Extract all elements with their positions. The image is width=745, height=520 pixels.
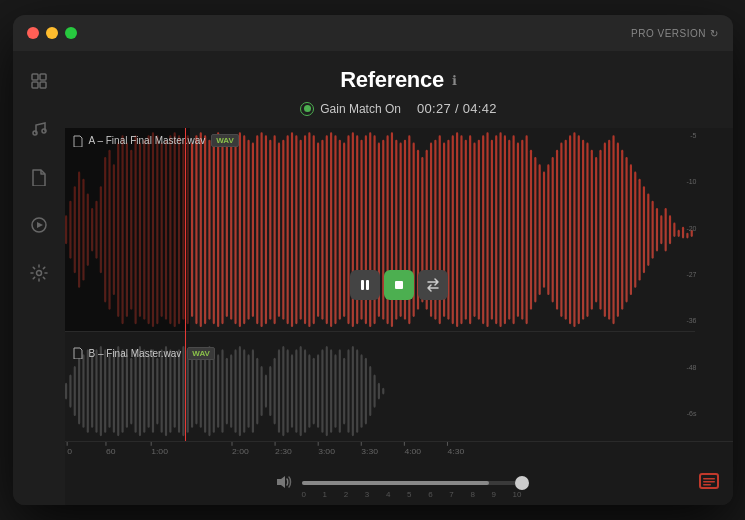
volume-slider-thumb[interactable] bbox=[515, 476, 529, 490]
sidebar-item-overview[interactable] bbox=[25, 67, 53, 95]
svg-rect-2 bbox=[32, 82, 38, 88]
meter-label-10: -10 bbox=[686, 178, 696, 185]
svg-rect-73 bbox=[343, 143, 345, 317]
svg-rect-114 bbox=[521, 140, 523, 320]
controls-row: Gain Match On 00:27 / 04:42 bbox=[300, 101, 497, 116]
file-a-icon bbox=[73, 135, 83, 147]
sidebar-item-settings[interactable] bbox=[25, 259, 53, 287]
svg-rect-57 bbox=[273, 135, 275, 324]
svg-rect-228 bbox=[382, 388, 384, 395]
sidebar bbox=[13, 51, 65, 505]
svg-rect-156 bbox=[69, 374, 71, 407]
gain-match-control[interactable]: Gain Match On bbox=[300, 102, 401, 116]
volume-row: 0 1 2 3 4 5 6 7 8 9 10 bbox=[65, 461, 733, 505]
svg-rect-55 bbox=[264, 135, 266, 324]
svg-rect-160 bbox=[86, 349, 88, 432]
main-content: Reference ℹ Gain Match On 00:27 / 04:4 bbox=[13, 51, 733, 505]
svg-rect-157 bbox=[73, 366, 75, 416]
gain-match-label: Gain Match On bbox=[320, 102, 401, 116]
svg-rect-118 bbox=[538, 164, 540, 295]
main-area: Reference ℹ Gain Match On 00:27 / 04:4 bbox=[13, 51, 733, 505]
svg-rect-229 bbox=[361, 280, 364, 290]
svg-text:2:30: 2:30 bbox=[275, 448, 292, 456]
pro-version-label[interactable]: PRO VERSION ↻ bbox=[631, 28, 718, 39]
stop-button[interactable] bbox=[384, 270, 414, 300]
svg-text:3:30: 3:30 bbox=[361, 448, 378, 456]
svg-rect-39 bbox=[195, 135, 197, 324]
svg-rect-253 bbox=[703, 481, 715, 483]
svg-rect-213 bbox=[317, 354, 319, 427]
svg-rect-104 bbox=[477, 140, 479, 320]
minimize-button[interactable] bbox=[46, 27, 58, 39]
track-b-format: WAV bbox=[187, 347, 215, 360]
svg-rect-3 bbox=[40, 82, 46, 88]
sidebar-item-play[interactable] bbox=[25, 211, 53, 239]
svg-rect-206 bbox=[286, 349, 288, 432]
svg-rect-70 bbox=[330, 132, 332, 327]
app-window: PRO VERSION ↻ bbox=[13, 15, 733, 505]
svg-rect-159 bbox=[82, 354, 84, 427]
pause-button[interactable] bbox=[350, 270, 380, 300]
bottom-right-icon[interactable] bbox=[699, 473, 719, 493]
svg-rect-208 bbox=[295, 349, 297, 432]
svg-rect-192 bbox=[225, 358, 227, 425]
gain-match-indicator bbox=[300, 102, 314, 116]
svg-rect-230 bbox=[366, 280, 369, 290]
titlebar: PRO VERSION ↻ bbox=[13, 15, 733, 51]
svg-rect-170 bbox=[130, 358, 132, 425]
timeline: 0 60 1:00 2:00 2:30 3:00 3:30 4:00 4:30 bbox=[65, 441, 733, 461]
svg-rect-117 bbox=[534, 157, 536, 302]
sidebar-item-file[interactable] bbox=[25, 163, 53, 191]
svg-rect-185 bbox=[195, 358, 197, 425]
file-b-icon bbox=[73, 347, 83, 359]
svg-text:2:00: 2:00 bbox=[232, 448, 249, 456]
meter-bars bbox=[703, 132, 706, 421]
svg-rect-180 bbox=[173, 354, 175, 427]
swap-button[interactable] bbox=[418, 270, 448, 300]
svg-rect-63 bbox=[299, 140, 301, 320]
svg-rect-219 bbox=[343, 358, 345, 425]
level-meter: -5 -10 -20 -27 -36 -48 -6s bbox=[699, 128, 733, 441]
svg-rect-217 bbox=[334, 354, 336, 427]
meter-label-27: -27 bbox=[686, 271, 696, 278]
svg-rect-212 bbox=[312, 358, 314, 425]
svg-rect-195 bbox=[238, 346, 240, 436]
info-icon[interactable]: ℹ bbox=[452, 73, 457, 88]
svg-rect-56 bbox=[269, 140, 271, 320]
meter-label-20: -20 bbox=[686, 225, 696, 232]
close-button[interactable] bbox=[27, 27, 39, 39]
svg-rect-158 bbox=[78, 358, 80, 425]
svg-rect-190 bbox=[217, 354, 219, 427]
svg-rect-108 bbox=[495, 135, 497, 324]
svg-rect-111 bbox=[508, 140, 510, 320]
svg-rect-127 bbox=[577, 135, 579, 324]
fullscreen-button[interactable] bbox=[65, 27, 77, 39]
svg-rect-50 bbox=[243, 135, 245, 324]
svg-point-8 bbox=[36, 271, 41, 276]
svg-rect-102 bbox=[469, 135, 471, 324]
waveform-container[interactable]: A – Final Final Master.wav WAV bbox=[65, 128, 733, 441]
volume-slider-track[interactable] bbox=[302, 481, 522, 485]
svg-rect-140 bbox=[634, 172, 636, 288]
svg-rect-147 bbox=[664, 208, 666, 252]
svg-rect-133 bbox=[603, 143, 605, 317]
svg-rect-103 bbox=[473, 143, 475, 317]
timeline-svg: 0 60 1:00 2:00 2:30 3:00 3:30 4:00 4:30 bbox=[65, 442, 733, 461]
meter-label-48: -48 bbox=[686, 364, 696, 371]
svg-rect-193 bbox=[230, 354, 232, 427]
svg-rect-51 bbox=[247, 140, 249, 320]
svg-rect-146 bbox=[660, 215, 662, 244]
svg-rect-181 bbox=[177, 349, 179, 432]
svg-rect-183 bbox=[186, 349, 188, 432]
svg-rect-173 bbox=[143, 349, 145, 432]
svg-text:3:00: 3:00 bbox=[318, 448, 335, 456]
svg-rect-125 bbox=[569, 135, 571, 324]
gain-match-dot bbox=[304, 105, 311, 112]
sidebar-item-music[interactable] bbox=[25, 115, 53, 143]
traffic-lights bbox=[27, 27, 77, 39]
svg-rect-54 bbox=[260, 132, 262, 327]
time-current: 00:27 bbox=[417, 101, 451, 116]
svg-rect-67 bbox=[317, 143, 319, 317]
svg-rect-210 bbox=[303, 349, 305, 432]
svg-rect-171 bbox=[134, 349, 136, 432]
